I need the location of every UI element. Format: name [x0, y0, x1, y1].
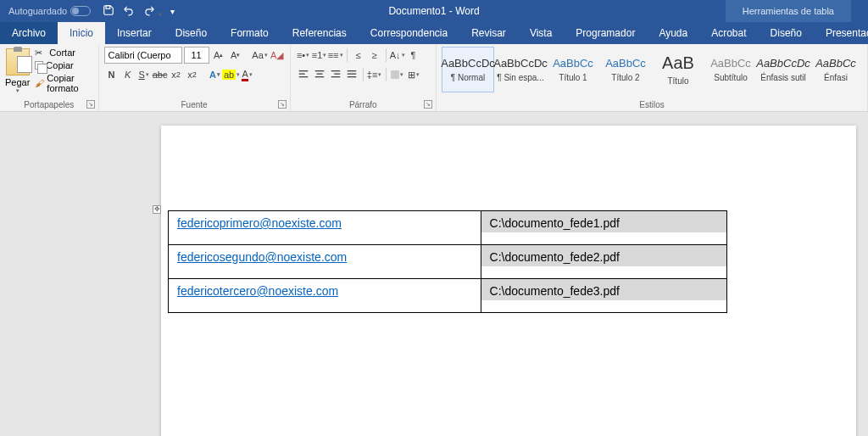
group-label-styles: Estilos — [437, 100, 867, 109]
redo-icon[interactable] — [143, 4, 162, 19]
document-area[interactable]: ✥ federicoprimero@noexiste.com C:\docume… — [0, 112, 868, 436]
font-name-input[interactable] — [104, 47, 182, 64]
email-link[interactable]: federicoprimero@noexiste.com — [177, 216, 342, 230]
tab-review[interactable]: Revisar — [459, 22, 518, 44]
qat-customize-icon[interactable]: ▾ — [170, 7, 175, 16]
cell-path[interactable]: C:\documento_fede1.pdf — [481, 211, 726, 245]
tab-developer[interactable]: Programador — [564, 22, 647, 44]
email-link[interactable]: federicotercero@noexiste.com — [177, 284, 338, 298]
bullets-button[interactable]: ≡• — [296, 47, 311, 64]
autosave-label: Autoguardado — [8, 6, 67, 16]
shading-button[interactable] — [390, 66, 405, 83]
save-icon[interactable] — [103, 4, 114, 19]
format-painter-button[interactable]: Copiar formato — [35, 72, 92, 94]
table-row[interactable]: federicotercero@noexiste.com C:\document… — [169, 279, 727, 313]
autosave-toggle[interactable] — [70, 6, 91, 16]
ribbon-tabs: Archivo Inicio Insertar Diseño Formato R… — [0, 22, 868, 44]
text-effects-button[interactable]: A — [208, 66, 223, 83]
decrease-indent-button[interactable]: ≤ — [351, 47, 366, 64]
increase-indent-button[interactable]: ≥ — [367, 47, 382, 64]
cut-icon — [35, 48, 47, 58]
style-subtitle[interactable]: AaBbCc Subtítulo — [704, 47, 757, 92]
tab-references[interactable]: Referencias — [281, 22, 359, 44]
shrink-font-button[interactable]: A▾ — [228, 47, 243, 64]
line-spacing-button[interactable]: ‡≡ — [367, 66, 382, 83]
undo-icon[interactable] — [123, 4, 135, 19]
table-row[interactable]: federicoprimero@noexiste.com C:\document… — [169, 211, 727, 245]
tab-table-design[interactable]: Diseño — [759, 22, 814, 44]
document-table[interactable]: federicoprimero@noexiste.com C:\document… — [168, 210, 727, 313]
tab-acrobat[interactable]: Acrobat — [699, 22, 758, 44]
group-paragraph: ≡• ≡1 ≡≡ ≤ ≥ A↓ ¶ — [291, 44, 437, 111]
group-styles: AaBbCcDc ¶ Normal AaBbCcDc ¶ Sin espa...… — [437, 44, 868, 111]
style-normal[interactable]: AaBbCcDc ¶ Normal — [442, 47, 494, 92]
cell-path[interactable]: C:\documento_fede3.pdf — [481, 279, 726, 313]
style-title[interactable]: AaB Título — [652, 47, 704, 92]
font-launcher[interactable]: ↘ — [278, 100, 287, 109]
superscript-button[interactable]: x2 — [185, 66, 200, 83]
tab-view[interactable]: Vista — [518, 22, 564, 44]
subscript-button[interactable]: x2 — [169, 66, 184, 83]
clipboard-launcher[interactable]: ↘ — [86, 100, 95, 109]
tab-design[interactable]: Diseño — [164, 22, 219, 44]
change-case-button[interactable]: Aa — [253, 47, 268, 64]
cut-button[interactable]: Cortar — [35, 47, 92, 59]
table-move-handle[interactable]: ✥ — [153, 205, 161, 214]
tab-table-layout[interactable]: Presentación — [814, 22, 868, 44]
borders-button[interactable]: ⊞ — [406, 66, 421, 83]
autosave-control[interactable]: Autoguardado — [8, 6, 91, 16]
multilevel-list-button[interactable]: ≡≡ — [328, 47, 343, 64]
align-right-button[interactable] — [328, 66, 343, 83]
numbering-button[interactable]: ≡1 — [312, 47, 327, 64]
tab-layout[interactable]: Formato — [219, 22, 281, 44]
group-label-clipboard: Portapapeles — [0, 100, 98, 109]
paste-label: Pegar — [5, 77, 30, 87]
strikethrough-button[interactable]: abc — [153, 66, 168, 83]
style-emphasis[interactable]: AaBbCcDc Énfasis sutil — [757, 47, 810, 92]
clear-formatting-button[interactable]: A◢ — [270, 47, 285, 64]
copy-icon — [35, 61, 43, 70]
underline-button[interactable]: S — [136, 66, 152, 83]
table-row[interactable]: federicosegundo@noexiste.com C:\document… — [169, 245, 727, 279]
sort-button[interactable]: A↓ — [390, 47, 405, 64]
align-center-button[interactable] — [312, 66, 327, 83]
table-tools-context-tab: Herramientas de tabla — [726, 0, 851, 22]
copy-button[interactable]: Copiar — [35, 59, 92, 71]
cell-path[interactable]: C:\documento_fede2.pdf — [481, 245, 726, 279]
style-emphasis2[interactable]: AaBbCc Énfasi — [810, 47, 862, 92]
svg-rect-0 — [106, 5, 110, 8]
paste-icon — [6, 48, 30, 75]
font-size-input[interactable] — [184, 47, 209, 64]
ribbon: Pegar ▾ Cortar Copiar Copiar formato Por… — [0, 44, 868, 112]
bold-button[interactable]: N — [104, 66, 120, 83]
align-left-button[interactable] — [296, 66, 311, 83]
tab-home[interactable]: Inicio — [58, 22, 105, 44]
grow-font-button[interactable]: A▴ — [211, 47, 226, 64]
document-title: Documento1 - Word — [388, 5, 479, 17]
highlight-button[interactable]: ab — [224, 66, 239, 83]
show-marks-button[interactable]: ¶ — [406, 47, 421, 64]
quick-access-toolbar: ▾ — [103, 4, 175, 19]
cell-email[interactable]: federicosegundo@noexiste.com — [169, 245, 481, 279]
email-link[interactable]: federicosegundo@noexiste.com — [177, 250, 347, 264]
cell-email[interactable]: federicotercero@noexiste.com — [169, 279, 481, 313]
group-label-font: Fuente — [99, 100, 290, 109]
group-label-paragraph: Párrafo — [291, 100, 436, 109]
title-bar: Autoguardado ▾ Documento1 - Word Herrami… — [0, 0, 868, 22]
page[interactable]: ✥ federicoprimero@noexiste.com C:\docume… — [161, 126, 856, 436]
tab-mailings[interactable]: Correspondencia — [359, 22, 459, 44]
paragraph-launcher[interactable]: ↘ — [424, 100, 432, 109]
tab-file[interactable]: Archivo — [0, 22, 58, 44]
tab-insert[interactable]: Insertar — [105, 22, 164, 44]
group-font: A▴ A▾ Aa A◢ N K S abc x2 x2 A ab A Fuent… — [99, 44, 291, 111]
style-heading1[interactable]: AaBbCc Título 1 — [547, 47, 599, 92]
justify-button[interactable] — [344, 66, 359, 83]
group-clipboard: Pegar ▾ Cortar Copiar Copiar formato Por… — [0, 44, 99, 111]
format-painter-icon — [35, 78, 44, 88]
style-no-spacing[interactable]: AaBbCcDc ¶ Sin espa... — [494, 47, 547, 92]
style-heading2[interactable]: AaBbCc Título 2 — [599, 47, 652, 92]
cell-email[interactable]: federicoprimero@noexiste.com — [169, 211, 481, 245]
font-color-button[interactable]: A — [240, 66, 255, 83]
tab-help[interactable]: Ayuda — [647, 22, 699, 44]
italic-button[interactable]: K — [120, 66, 136, 83]
